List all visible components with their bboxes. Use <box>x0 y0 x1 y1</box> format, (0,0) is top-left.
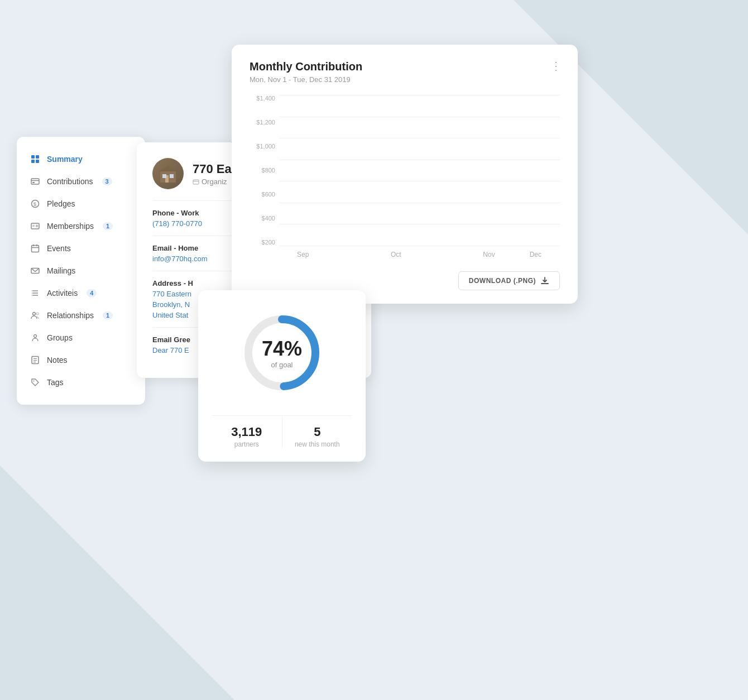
note-icon <box>30 355 40 365</box>
download-button[interactable]: DOWNLOAD (.PNG) <box>458 271 560 290</box>
users-icon <box>30 310 40 320</box>
svg-rect-6 <box>32 182 35 183</box>
sidebar-item-tags[interactable]: Tags <box>17 371 145 394</box>
bar-chart: $1,400 $1,200 $1,000 $800 $600 $400 $200 <box>250 95 560 262</box>
activities-badge: 4 <box>87 289 97 297</box>
y-label-800: $800 <box>250 167 279 174</box>
stat-new-this-month: 5 new this month <box>282 416 353 448</box>
partners-number: 3,119 <box>212 425 282 439</box>
relationships-badge: 1 <box>103 311 113 319</box>
new-month-label: new this month <box>282 440 353 448</box>
profile-org: Organiz <box>193 178 232 186</box>
y-label-600: $600 <box>250 191 279 198</box>
avatar <box>152 158 184 189</box>
partners-label: partners <box>212 440 282 448</box>
sidebar-item-label: Notes <box>47 356 68 365</box>
sidebar-item-label: Tags <box>47 378 64 387</box>
more-options-button[interactable]: ⋮ <box>550 60 562 71</box>
sidebar-item-label: Memberships <box>47 222 94 231</box>
svg-rect-10 <box>32 225 35 227</box>
svg-point-24 <box>33 313 36 315</box>
svg-rect-1 <box>36 155 39 159</box>
chart-title: Monthly Contribution <box>250 60 560 73</box>
donut-percentage: 74% <box>262 337 302 361</box>
sidebar-item-notes[interactable]: Notes <box>17 349 145 371</box>
svg-rect-37 <box>193 180 199 184</box>
sidebar-item-events[interactable]: Events <box>17 237 145 260</box>
svg-point-26 <box>34 335 37 338</box>
group-icon <box>30 333 40 343</box>
svg-rect-36 <box>162 174 166 178</box>
svg-point-31 <box>33 381 35 382</box>
memberships-badge: 1 <box>103 222 113 230</box>
y-label-1200: $1,200 <box>250 119 279 126</box>
sidebar-item-label: Relationships <box>47 311 94 320</box>
list-icon <box>30 288 40 298</box>
credit-card-icon <box>30 176 40 186</box>
donut-stats: 3,119 partners 5 new this month <box>212 415 352 448</box>
sidebar-card: Summary Contributions 3 $ Pledges <box>17 137 145 405</box>
id-card-icon <box>30 221 40 231</box>
sidebar-item-summary[interactable]: Summary <box>17 148 145 170</box>
sidebar-item-label: Groups <box>47 333 73 342</box>
svg-rect-2 <box>31 160 35 163</box>
sidebar-item-pledges[interactable]: $ Pledges <box>17 193 145 215</box>
sidebar-item-label: Activiteis <box>47 289 78 298</box>
x-label-nov: Nov <box>470 251 507 258</box>
svg-rect-4 <box>31 179 39 184</box>
sidebar-item-groups[interactable]: Groups <box>17 327 145 349</box>
x-label-sep: Sep <box>284 251 322 258</box>
tag2-icon <box>30 377 40 387</box>
sidebar-item-label: Events <box>47 244 71 253</box>
y-label-1400: $1,400 <box>250 95 279 102</box>
svg-text:$: $ <box>33 202 36 207</box>
chart-card: ⋮ Monthly Contribution Mon, Nov 1 - Tue,… <box>232 45 578 304</box>
svg-rect-35 <box>170 174 174 178</box>
y-label-1000: $1,000 <box>250 143 279 150</box>
sidebar-item-memberships[interactable]: Memberships 1 <box>17 215 145 237</box>
sidebar-item-label: Mailings <box>47 266 75 275</box>
download-section: DOWNLOAD (.PNG) <box>250 271 560 290</box>
mail-icon <box>30 266 40 276</box>
donut-center: 74% of goal <box>262 337 302 369</box>
x-label-oct: Oct <box>377 251 415 258</box>
donut-wrapper: 74% of goal <box>237 308 327 397</box>
sidebar-item-label: Contributions <box>47 177 93 186</box>
calendar-icon <box>30 243 40 253</box>
sidebar-item-contributions[interactable]: Contributions 3 <box>17 170 145 193</box>
donut-sub-label: of goal <box>262 361 302 369</box>
chart-subtitle: Mon, Nov 1 - Tue, Dec 31 2019 <box>250 75 560 84</box>
profile-name: 770 Ea <box>193 162 232 176</box>
new-month-number: 5 <box>282 425 353 439</box>
sidebar-item-mailings[interactable]: Mailings <box>17 260 145 282</box>
sidebar-item-label: Pledges <box>47 199 75 208</box>
y-label-400: $400 <box>250 215 279 222</box>
svg-marker-33 <box>159 166 177 171</box>
sidebar-item-activities[interactable]: Activiteis 4 <box>17 282 145 304</box>
svg-rect-3 <box>36 160 39 163</box>
contributions-badge: 3 <box>102 178 112 185</box>
y-label-200: $200 <box>250 239 279 246</box>
stat-partners: 3,119 partners <box>212 416 282 448</box>
grid-icon <box>30 154 40 164</box>
tag-icon: $ <box>30 199 40 209</box>
svg-rect-13 <box>32 246 39 252</box>
x-label-dec: Dec <box>517 251 554 258</box>
sidebar-item-relationships[interactable]: Relationships 1 <box>17 304 145 327</box>
svg-rect-0 <box>31 155 35 159</box>
sidebar-item-label: Summary <box>47 155 83 164</box>
donut-card: 74% of goal 3,119 partners 5 new this mo… <box>198 290 366 462</box>
bg-triangle-bottom <box>0 466 234 700</box>
svg-point-25 <box>36 313 39 315</box>
